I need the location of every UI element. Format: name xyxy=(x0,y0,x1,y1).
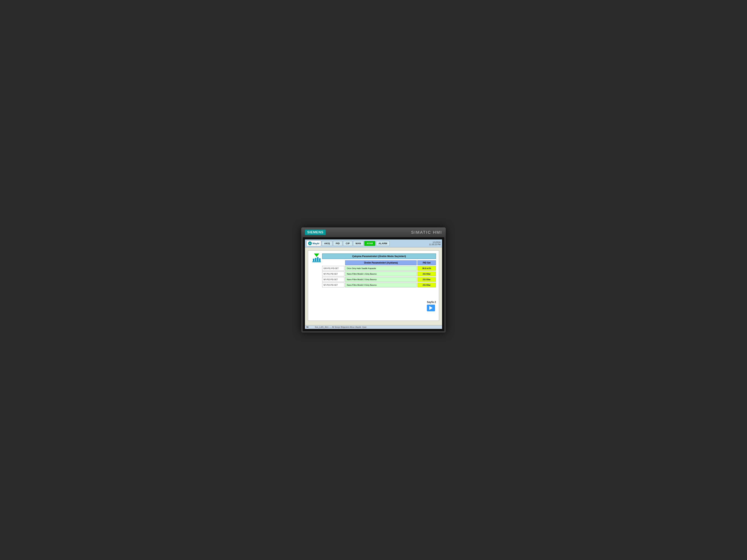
arrow-right-icon xyxy=(429,306,433,310)
datetime-display: 1/1/2016 11:35:23 PM xyxy=(429,241,441,245)
row-3-label[interactable]: NF-P03-PID-SET xyxy=(322,283,344,287)
col-pid-header: PID Set xyxy=(417,260,436,265)
row-3-desc: Nano Filtre Modül 3 Giriş Basıncı xyxy=(345,283,417,287)
row-3-value[interactable]: 23.0 Bar xyxy=(417,283,436,287)
sayfa-section: Sayfa 2 xyxy=(427,300,436,311)
next-page-button[interactable] xyxy=(427,304,435,311)
bar-3 xyxy=(317,257,318,261)
table-container: Çalışma Parametreleri (Üretim Modu Seçim… xyxy=(322,254,436,288)
row-2-desc: Nano Filtre Modül 2 Giriş Basıncı xyxy=(345,277,417,282)
logo-button[interactable]: M Maybi xyxy=(306,241,321,246)
row-1-desc: Nano Filtre Modül 1 Giriş Basıncı xyxy=(345,271,417,276)
logo-text: Maybi xyxy=(313,242,319,245)
main-content: Çalışma Parametreleri (Üretim Modu Seçim… xyxy=(305,247,442,325)
hmi-title: SIMATIC HMI xyxy=(411,230,442,235)
content-top-row: Çalışma Parametreleri (Üretim Modu Seçim… xyxy=(311,254,436,288)
table-header-row: Üretim Parametreleri (Açıklama) PID Set xyxy=(322,260,436,265)
screen-bezel: M Maybi AKIŞ PID CIP MAN AYAR ALARM 1/1/… xyxy=(303,237,444,331)
arrow-down-icon xyxy=(314,254,319,257)
nav-alarm-button[interactable]: ALARM xyxy=(376,241,390,246)
nav-bar: M Maybi AKIŞ PID CIP MAN AYAR ALARM 1/1/… xyxy=(305,239,442,247)
device-header: SIEMENS SIMATIC HMI xyxy=(301,228,446,237)
bar-2 xyxy=(315,258,316,261)
nav-man-button[interactable]: MAN xyxy=(353,241,363,246)
status-bar: 56 Kon_Lsl01_Alrm ---- Alt Seviye Bölges… xyxy=(305,325,442,329)
nav-pid-button[interactable]: PID xyxy=(333,241,342,246)
logo-circle-icon: M xyxy=(308,241,312,245)
bar-base xyxy=(312,262,321,262)
screen: M Maybi AKIŞ PID CIP MAN AYAR ALARM 1/1/… xyxy=(305,239,442,329)
content-panel: Çalışma Parametreleri (Üretim Modu Seçim… xyxy=(308,250,439,321)
col-empty-header xyxy=(322,260,344,265)
row-0-label[interactable]: GIR-P01-PID-SET xyxy=(322,266,344,271)
row-1-value[interactable]: 23.0 Bar xyxy=(417,271,436,276)
nav-akis-button[interactable]: AKIŞ xyxy=(322,241,332,246)
row-2-value[interactable]: 23.0 Bar xyxy=(417,277,436,282)
row-2-label[interactable]: NF-P02-PID-SET xyxy=(322,277,344,282)
section-title: Çalışma Parametreleri (Üretim Modu Seçim… xyxy=(322,254,436,259)
flow-icon xyxy=(311,254,322,286)
row-0-value[interactable]: 30.0 m³/h xyxy=(417,266,436,271)
row-0-desc: Ürün Giriş Hattı Saatlik Kapasite xyxy=(345,266,417,271)
table-row: NF-P01-PID-SET Nano Filtre Modül 1 Giriş… xyxy=(322,271,436,276)
siemens-logo: SIEMENS xyxy=(305,230,326,235)
table-row: NF-P02-PID-SET Nano Filtre Modül 2 Giriş… xyxy=(322,277,436,282)
status-code: 56 xyxy=(306,326,312,328)
table-row: NF-P03-PID-SET Nano Filtre Modül 3 Giriş… xyxy=(322,283,436,287)
nav-cip-button[interactable]: CIP xyxy=(343,241,352,246)
bar-1 xyxy=(313,259,314,261)
bar-4 xyxy=(319,258,320,261)
bars-icon xyxy=(313,257,320,261)
col-desc-header: Üretim Parametreleri (Açıklama) xyxy=(345,260,417,265)
nav-ayar-button[interactable]: AYAR xyxy=(364,241,375,246)
table-row: GIR-P01-PID-SET Ürün Giriş Hattı Saatlik… xyxy=(322,266,436,271)
device-frame: SIEMENS SIMATIC HMI M Maybi AKIŞ PID CIP… xyxy=(301,228,446,332)
row-1-label[interactable]: NF-P01-PID-SET xyxy=(322,271,344,276)
sayfa-label: Sayfa 2 xyxy=(427,300,436,303)
status-message: Kon_Lsl01_Alrm ---- Alt Seviye Bölgesini… xyxy=(315,326,366,328)
